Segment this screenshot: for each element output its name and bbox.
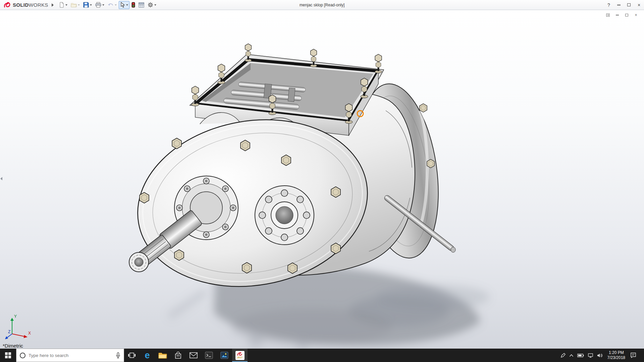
save-icon [83,2,89,8]
solidworks-logo: SOLIDWORKS [0,2,51,8]
new-document-icon [59,2,64,8]
doc-restore-icon [625,14,628,16]
taskbar-photos[interactable] [217,349,232,362]
open-dropdown-caret[interactable] [78,4,80,6]
model-3d-view[interactable] [0,10,644,349]
save-button[interactable] [82,1,93,9]
doc-restore-button[interactable] [623,12,631,18]
save-dropdown-caret[interactable] [90,4,92,6]
rebuild-traffic-light-icon [131,2,135,8]
select-cursor-icon [120,2,125,8]
volume-icon[interactable] [597,353,602,358]
help-button[interactable]: ? [604,0,614,10]
undo-button[interactable] [106,1,118,9]
mail-icon [190,352,198,358]
logo-text-works: WORKS [29,2,48,8]
taskbar-store[interactable] [170,349,186,362]
start-button[interactable] [0,349,16,362]
file-properties-button[interactable] [137,1,146,9]
restore-button[interactable] [624,0,634,10]
print-button[interactable] [94,1,106,9]
taskbar-search[interactable] [16,349,124,362]
view-orientation-label: *Dimetric [3,343,23,349]
network-icon[interactable] [588,353,593,358]
doc-dock-button[interactable] [604,12,612,18]
taskbar-task-view[interactable] [124,349,140,362]
hidden-icons-chevron[interactable] [569,354,574,357]
print-dropdown-caret[interactable] [102,4,104,6]
console-icon [205,352,213,359]
open-button[interactable] [69,1,81,9]
side-output-boss[interactable] [255,186,314,245]
windows-taskbar: e [0,349,644,362]
new-dropdown-caret[interactable] [65,4,67,6]
undo-dropdown-caret[interactable] [115,4,117,6]
close-button[interactable]: × [634,0,644,10]
doc-close-button[interactable]: × [632,12,640,18]
document-window-controls: × [604,12,640,18]
minimize-button[interactable] [614,0,624,10]
search-input[interactable] [29,353,113,358]
triad-y-label: Y [14,314,17,319]
window-controls: ? × [604,0,644,10]
photos-icon [220,352,228,359]
taskbar-file-explorer[interactable] [155,349,170,362]
undo-icon [108,2,114,8]
taskbar-solidworks-2017[interactable]: 2017 [232,349,248,362]
doc-minimize-button[interactable] [613,12,621,18]
select-button[interactable] [119,1,129,9]
taskbar-edge[interactable]: e [140,349,155,362]
solidworks-logo-mark-icon [3,2,11,8]
options-dropdown-caret[interactable] [154,4,156,6]
doc-minimize-icon [616,15,619,15]
graphics-viewport[interactable]: × *Dimetric Y X Z [0,10,644,349]
restore-icon [627,3,631,6]
action-center-icon[interactable] [630,353,636,358]
gear-icon [148,2,153,8]
file-explorer-icon [158,352,167,359]
system-tray: 1:20 PM 7/23/2018 [560,349,644,362]
edge-icon: e [145,351,150,360]
doc-dock-icon [606,13,610,17]
solidworks-2017-icon: 2017 [235,351,245,360]
select-dropdown-caret[interactable] [126,4,128,6]
open-folder-icon [71,2,77,8]
rebuild-button[interactable] [130,1,137,9]
solidworks-year-badge: 2017 [237,356,243,359]
new-document-button[interactable] [57,1,69,9]
battery-icon[interactable] [577,354,584,357]
toolbar-flyout-arrow[interactable] [52,3,54,7]
cortana-icon [20,353,25,358]
panel-splitter-arrow[interactable] [0,177,2,180]
minimize-icon [617,5,621,5]
triad-z-label: Z [8,329,10,334]
store-icon [174,352,182,359]
logo-text-solid: SOLID [13,2,29,8]
microphone-icon[interactable] [116,352,120,358]
options-button[interactable] [146,1,158,9]
taskbar-console[interactable] [201,349,217,362]
file-properties-icon [139,2,144,8]
windows-logo-icon [5,352,11,358]
clock-date: 7/23/2018 [607,355,625,360]
reference-triad: Y X Z [4,313,33,340]
taskbar-clock[interactable]: 1:20 PM 7/23/2018 [606,350,627,360]
title-bar: SOLIDWORKS [0,0,644,10]
printer-icon [95,2,101,8]
clock-time: 1:20 PM [607,350,625,355]
triad-x-label: X [28,331,31,336]
task-view-icon [128,352,136,359]
taskbar-mail[interactable] [186,349,201,362]
pen-icon[interactable] [560,353,566,358]
